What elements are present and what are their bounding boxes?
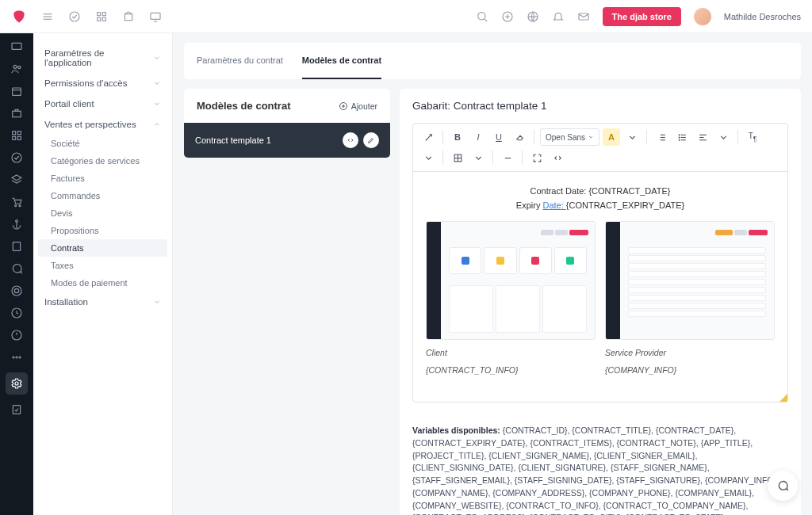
sidebar-group-client-portal[interactable]: Portail client [33, 93, 172, 114]
rail-power-icon[interactable] [10, 306, 24, 320]
rail-chat-icon[interactable] [10, 261, 24, 276]
tab-contract-templates[interactable]: Modèles de contrat [302, 43, 381, 79]
sidebar-item-service-categories[interactable]: Catégories de services [33, 152, 172, 170]
add-template-button[interactable]: Ajouter [339, 101, 377, 111]
svg-point-34 [15, 205, 17, 207]
svg-rect-6 [98, 17, 101, 21]
mail-icon[interactable] [577, 10, 590, 23]
sidebar-item-taxes[interactable]: Taxes [33, 257, 172, 274]
resize-handle-icon[interactable] [779, 394, 787, 402]
rail-book-icon[interactable] [10, 239, 24, 254]
text-color-icon[interactable]: A [603, 128, 620, 146]
search-icon[interactable] [476, 10, 488, 23]
svg-rect-30 [13, 136, 16, 139]
rail-users-icon[interactable] [10, 62, 24, 76]
tab-bar: Paramètres du contrat Modèles de contrat [184, 43, 801, 79]
sidebar-item-company[interactable]: Société [33, 135, 172, 152]
sidebar-group-sales[interactable]: Ventes et perspectives [33, 114, 172, 135]
editor-title: Gabarit: Contract template 1 [400, 89, 801, 123]
rail-grid-icon[interactable] [10, 128, 24, 143]
paragraph-icon[interactable]: T¶ [744, 128, 761, 146]
brand-logo [11, 9, 27, 25]
provider-label: Service Provider [605, 348, 775, 357]
svg-point-55 [679, 134, 680, 135]
client-label: Client [426, 348, 596, 357]
sidebar-item-quotes[interactable]: Devis [33, 204, 172, 222]
rail-settings-icon[interactable] [6, 372, 28, 395]
sidebar-item-proposals[interactable]: Propositions [33, 222, 172, 239]
rail-monitor-icon[interactable] [10, 40, 24, 54]
rail-anchor-icon[interactable] [10, 217, 24, 231]
svg-rect-38 [13, 242, 20, 251]
check-circle-icon[interactable] [68, 10, 81, 23]
sidebar: Paramètres de l'application Permissions … [33, 33, 173, 515]
monitor-icon[interactable] [149, 10, 162, 23]
package-icon[interactable] [122, 10, 135, 23]
variables-block: Variables disponibles: {CONTRACT_ID}, {C… [400, 415, 801, 515]
expiry-date-line: Expiry Date: {CONTRACT_EXPIRY_DATE} [426, 200, 775, 210]
template-list-item[interactable]: Contract template 1 [184, 123, 390, 158]
list-ul-icon[interactable] [673, 128, 691, 146]
eraser-icon[interactable] [511, 128, 528, 146]
menu-icon[interactable] [41, 10, 54, 23]
svg-rect-31 [17, 136, 21, 139]
rail-lifebuoy-icon[interactable] [10, 284, 24, 298]
editor-body[interactable]: Contract Date: {CONTRACT_DATE} Expiry Da… [413, 172, 787, 402]
underline-icon[interactable]: U [490, 128, 508, 146]
minus-icon[interactable] [499, 149, 516, 166]
sidebar-item-invoices[interactable]: Factures [33, 170, 172, 187]
topbar: The djab store Mathilde Desroches [0, 0, 812, 33]
contract-date-line: Contract Date: {CONTRACT_DATE} [426, 186, 775, 196]
wand-icon[interactable] [419, 128, 437, 146]
rail-layers-icon[interactable] [10, 173, 24, 187]
preview-thumbnail-left [426, 221, 596, 340]
svg-rect-48 [13, 406, 20, 414]
rail-check-icon[interactable] [10, 151, 24, 165]
code-view-icon[interactable] [549, 149, 566, 166]
svg-rect-7 [102, 17, 105, 21]
store-button[interactable]: The djab store [603, 7, 681, 26]
rail-more-icon[interactable] [10, 350, 24, 364]
avatar[interactable] [694, 8, 711, 25]
bold-icon[interactable]: B [449, 128, 466, 146]
tab-contract-settings[interactable]: Paramètres du contrat [197, 43, 283, 79]
rail-calendar-icon[interactable] [10, 84, 24, 98]
code-icon[interactable] [343, 132, 358, 148]
template-list-title: Modèles de contrat [197, 100, 290, 112]
apps-grid-icon[interactable] [95, 10, 108, 23]
rail-clock-icon[interactable] [10, 328, 24, 342]
icon-rail [0, 33, 33, 515]
sidebar-group-installation[interactable]: Installation [33, 292, 172, 312]
globe-icon[interactable] [527, 10, 539, 23]
svg-point-32 [12, 153, 21, 162]
username-label: Mathilde Desroches [724, 12, 801, 21]
edit-icon[interactable] [363, 132, 379, 148]
rail-briefcase-icon[interactable] [10, 106, 24, 120]
sidebar-item-orders[interactable]: Commandes [33, 187, 172, 204]
font-select[interactable]: Open Sans [540, 128, 599, 146]
dropdown-icon[interactable] [623, 128, 641, 146]
sidebar-item-contracts[interactable]: Contrats [38, 239, 167, 257]
plus-circle-icon[interactable] [501, 10, 514, 23]
sidebar-item-payment-methods[interactable]: Modes de paiement [33, 274, 172, 292]
preview-thumbnail-right [605, 221, 775, 340]
fullscreen-icon[interactable] [528, 149, 546, 166]
svg-point-44 [13, 357, 14, 358]
dropdown-icon-2[interactable] [714, 128, 732, 146]
sidebar-group-app-settings[interactable]: Paramètres de l'application [33, 43, 172, 73]
table-icon[interactable] [449, 149, 466, 166]
main-content: Paramètres du contrat Modèles de contrat… [173, 33, 812, 515]
template-list-item-label: Contract template 1 [195, 135, 271, 145]
bell-icon[interactable] [552, 10, 565, 23]
dropdown-icon-4[interactable] [469, 149, 487, 166]
sidebar-group-permissions[interactable]: Permissions d'accès [33, 73, 172, 93]
rail-edit-icon[interactable] [10, 402, 24, 417]
dropdown-icon-3[interactable] [419, 149, 437, 166]
align-icon[interactable] [694, 128, 711, 146]
italic-icon[interactable]: I [469, 128, 487, 146]
rail-cart-icon[interactable] [10, 195, 24, 209]
chat-fab[interactable] [768, 471, 798, 501]
svg-rect-21 [12, 43, 21, 49]
list-ol-icon[interactable] [653, 128, 670, 146]
svg-rect-11 [151, 13, 160, 19]
